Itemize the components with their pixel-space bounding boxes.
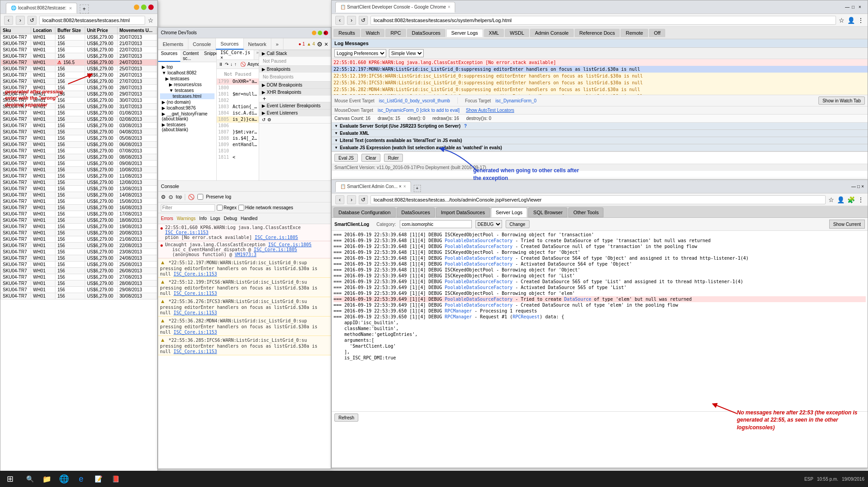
table-row[interactable]: SKU04-TR7WH01156US$6,279.0004/08/2013 (1, 129, 157, 135)
bottom-close-btn[interactable]: × (861, 184, 864, 189)
refresh-btn[interactable]: Refresh (334, 413, 358, 422)
mouse-down-value[interactable]: isc_DynamicForm_0 [click to add to eval] (378, 108, 460, 113)
deactivate-btn[interactable]: 🚫 (240, 62, 246, 67)
console-filter-input[interactable] (161, 204, 215, 211)
table-row[interactable]: SKU04-TR7WH01156US$6,279.0008/08/2013 (1, 154, 157, 161)
right-close-btn[interactable]: × (859, 5, 864, 10)
url-input[interactable] (39, 16, 145, 25)
table-row[interactable]: SKU04-TR7WH01156US$6,279.0010/08/2013 (1, 167, 157, 173)
devtools-settings-icon[interactable]: ⚙ (317, 41, 323, 48)
sc-tab-remote[interactable]: Remote (621, 29, 648, 37)
event-listeners-header[interactable]: ▶ Event Listener Breakpoints (259, 102, 331, 109)
warn-link-1[interactable]: ISC_Core.is:1153 (174, 271, 217, 276)
sc-tab-datasources[interactable]: DataSources (407, 29, 446, 37)
eval-js-header[interactable]: ▼ Evaluate JS Expression (watch list sel… (332, 144, 868, 152)
tab-elements[interactable]: Elements (158, 38, 188, 50)
bookmark-icon[interactable]: ☆ (148, 17, 154, 24)
log-link-2[interactable]: PoolableDataSourceFactory (445, 244, 513, 249)
file-item-localhost9876[interactable]: ▶ localhost:9876 (160, 105, 215, 111)
table-row[interactable]: SKU04-TR7WH01156US$6,279.0017/08/2013 (1, 211, 157, 217)
log-link-4[interactable]: PoolableDataSourceFactory (445, 262, 513, 266)
admin-tab-import[interactable]: Import DataSources (436, 207, 490, 217)
reload-button[interactable]: ↺ (27, 16, 37, 25)
table-row[interactable]: SKU04-TR7WH01156US$6,279.0018/08/2013 (1, 217, 157, 224)
change-btn[interactable]: Change (506, 220, 530, 228)
sc-tab-watch[interactable]: Watch (361, 29, 385, 37)
table-row[interactable]: SKU04-TR7WH01156US$6,279.0006/08/2013 (1, 142, 157, 148)
bottom-url-input[interactable] (370, 195, 826, 204)
table-row[interactable]: SKU04-TR7WH01156US$6,279.0023/07/2013 (1, 53, 157, 60)
listeners-filter[interactable]: ⚙ (267, 117, 271, 122)
eval-server-info-icon[interactable]: ? (464, 124, 467, 129)
file-item-resources[interactable]: ▶ resources/css (160, 82, 215, 87)
admin-tab-other[interactable]: Other Tools (568, 207, 603, 217)
table-row[interactable]: SKU04-TR7WH01156US$6,279.0003/08/2013 (1, 123, 157, 129)
devtools-maximize[interactable] (318, 31, 322, 35)
call-stack-header[interactable]: ▶ Call Stack (259, 50, 331, 57)
console-top-icon[interactable]: ⊙ (169, 194, 173, 200)
devtools-close-icon[interactable]: × (324, 41, 328, 48)
bottom-exts-icon[interactable]: 🧩 (847, 196, 855, 203)
logging-prefs-dropdown[interactable]: Logging Preferences (334, 49, 386, 57)
file-item-gwt[interactable]: ▶ __gwt_historyFrame (about:blank) (160, 111, 215, 122)
error-link-2c[interactable]: VM1973:3 (235, 252, 256, 257)
dom-breakpoints-header[interactable]: ▶ DOM Breakpoints (259, 82, 331, 88)
eval-server-script-header[interactable]: ▼ Evaluate Server Script (Use JSR223 Scr… (332, 123, 868, 130)
left-browser-tab[interactable]: 🌐 localhost:8082/testcase: × (6, 3, 77, 14)
bottom-tab-close-icon[interactable]: × (403, 184, 406, 189)
taskbar-cortana-btn[interactable]: 📁 (39, 471, 55, 487)
bottom-bookmark-icon[interactable]: ☆ (828, 196, 834, 203)
log-link-12[interactable]: RPCRequest (512, 314, 539, 319)
event-listeners-2-header[interactable]: ▶ Event Listeners (259, 110, 331, 116)
col-sku[interactable]: Sku (1, 27, 31, 34)
step-over-btn[interactable]: ↷ (225, 62, 228, 67)
eval-js-btn[interactable]: Eval JS (334, 154, 358, 162)
table-row[interactable]: SKU04-TR7WH01156US$6,279.0021/07/2013 (1, 41, 157, 47)
warn-link-4[interactable]: ISC_Core.is:1153 (174, 330, 217, 335)
sc-tab-off[interactable]: Off (649, 29, 665, 37)
show-autotestlocators-link[interactable]: Show AutoTest Locators (466, 108, 514, 113)
col-buffer[interactable]: Buffer Size (55, 27, 85, 34)
focus-target-value[interactable]: isc_DynamicForm_0 (495, 98, 536, 103)
right-tab-close-icon[interactable]: × (448, 5, 451, 9)
admin-tab-datasources[interactable]: DataSources (397, 207, 435, 217)
bottom-forward-btn[interactable]: › (347, 195, 356, 204)
sc-tab-rpc[interactable]: RPC (385, 29, 406, 37)
right-profile-icon[interactable]: 👤 (847, 17, 855, 24)
back-button[interactable]: ‹ (4, 16, 13, 25)
right-menu-icon[interactable]: ⋮ (858, 17, 864, 24)
col-movements[interactable]: Movements U... (117, 27, 157, 34)
table-row[interactable]: SKU04-TR7WH01⚠156.5US$6,279.0024/07/2013 (1, 60, 157, 66)
console-settings-icon[interactable]: ⚙ (161, 194, 166, 200)
bottom-profile-icon[interactable]: 👤 (837, 196, 845, 203)
error-link-1[interactable]: ISC_Core.is:1153 (165, 230, 208, 235)
admin-tab-serverlogs[interactable]: Server Logs (491, 207, 527, 217)
code-tab-more[interactable]: » (254, 50, 259, 60)
sc-tab-wsdl[interactable]: WSDL (505, 29, 529, 37)
debug-filter[interactable]: Debug (224, 216, 237, 221)
file-item-testcases-html[interactable]: testcases.html (160, 93, 215, 99)
pause-btn[interactable]: ⏸ (219, 62, 223, 67)
file-item-testcases2[interactable]: ▼ testcases (160, 87, 215, 93)
warnings-filter[interactable]: Warnings (177, 216, 196, 221)
log-level-dropdown[interactable]: DEBUG INFO WARN ERROR (475, 220, 502, 228)
table-row[interactable]: SKU04-TR7WH01156US$6,279.0014/08/2013 (1, 192, 157, 198)
info-filter[interactable]: Info (199, 216, 207, 221)
async-btn[interactable]: Async (247, 62, 259, 67)
left-browser-close-icon[interactable]: × (69, 5, 72, 11)
table-row[interactable]: SKU04-TR7WH01156US$6,279.0024/08/2013 (1, 255, 157, 262)
table-row[interactable]: SKU04-TR7WH01156US$6,279.0022/07/2013 (1, 47, 157, 53)
taskbar-chrome-btn[interactable]: 🌐 (56, 471, 72, 487)
error-link-2[interactable]: ISC_Core.is:1805 (268, 242, 311, 247)
log-link-9[interactable]: PoolableDataSourceFactory (445, 303, 513, 308)
category-input[interactable] (400, 220, 472, 228)
logs-filter[interactable]: Logs (210, 216, 220, 221)
close-button[interactable] (148, 5, 154, 10)
file-item-localhost[interactable]: ▼ localhost:8082 (160, 70, 215, 76)
log-link-11[interactable]: RPCManager (445, 314, 472, 319)
maximize-button[interactable] (141, 5, 146, 10)
warn-link-2[interactable]: ISC_Core.is:1153 (174, 291, 217, 296)
table-row[interactable]: SKU04-TR7WH01156US$6,279.0011/08/2013 (1, 173, 157, 179)
new-tab-button[interactable]: + (80, 5, 89, 14)
col-location[interactable]: Location (31, 27, 55, 34)
